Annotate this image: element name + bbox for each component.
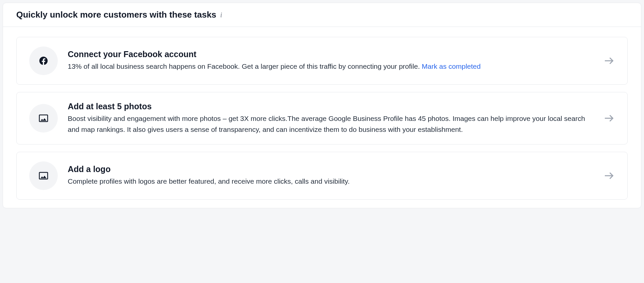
task-icon-wrap bbox=[29, 161, 58, 190]
task-icon-wrap bbox=[29, 104, 58, 133]
task-title: Add at least 5 photos bbox=[68, 102, 593, 111]
image-icon bbox=[39, 113, 48, 123]
arrow-right-icon bbox=[603, 112, 615, 124]
task-list: Connect your Facebook account 13% of all… bbox=[3, 27, 641, 208]
arrow-right-icon bbox=[603, 55, 615, 67]
task-description: Complete profiles with logos are better … bbox=[68, 176, 593, 187]
tasks-panel: Quickly unlock more customers with these… bbox=[3, 3, 641, 208]
task-description: Boost visibility and engagement with mor… bbox=[68, 113, 593, 135]
task-body: Add at least 5 photos Boost visibility a… bbox=[68, 102, 593, 135]
task-title: Add a logo bbox=[68, 164, 593, 174]
task-card-add-photos[interactable]: Add at least 5 photos Boost visibility a… bbox=[16, 92, 628, 144]
task-description: 13% of all local business search happens… bbox=[68, 61, 593, 72]
task-description-text: 13% of all local business search happens… bbox=[68, 62, 422, 70]
task-title: Connect your Facebook account bbox=[68, 49, 593, 59]
arrow-right-icon bbox=[603, 170, 615, 182]
panel-title: Quickly unlock more customers with these… bbox=[16, 10, 216, 20]
task-arrow[interactable] bbox=[603, 112, 615, 124]
task-description-text: Boost visibility and engagement with mor… bbox=[68, 115, 585, 133]
task-card-add-logo[interactable]: Add a logo Complete profiles with logos … bbox=[16, 152, 628, 200]
task-arrow[interactable] bbox=[603, 55, 615, 67]
task-arrow[interactable] bbox=[603, 170, 615, 182]
facebook-icon bbox=[39, 56, 48, 66]
task-body: Connect your Facebook account 13% of all… bbox=[68, 49, 593, 72]
task-description-text: Complete profiles with logos are better … bbox=[68, 177, 350, 185]
image-icon bbox=[39, 171, 48, 181]
task-card-connect-facebook[interactable]: Connect your Facebook account 13% of all… bbox=[16, 37, 628, 85]
mark-completed-link[interactable]: Mark as completed bbox=[422, 62, 481, 70]
task-icon-wrap bbox=[29, 47, 58, 75]
task-body: Add a logo Complete profiles with logos … bbox=[68, 164, 593, 187]
panel-header: Quickly unlock more customers with these… bbox=[3, 3, 641, 27]
info-icon[interactable]: i bbox=[220, 12, 222, 18]
